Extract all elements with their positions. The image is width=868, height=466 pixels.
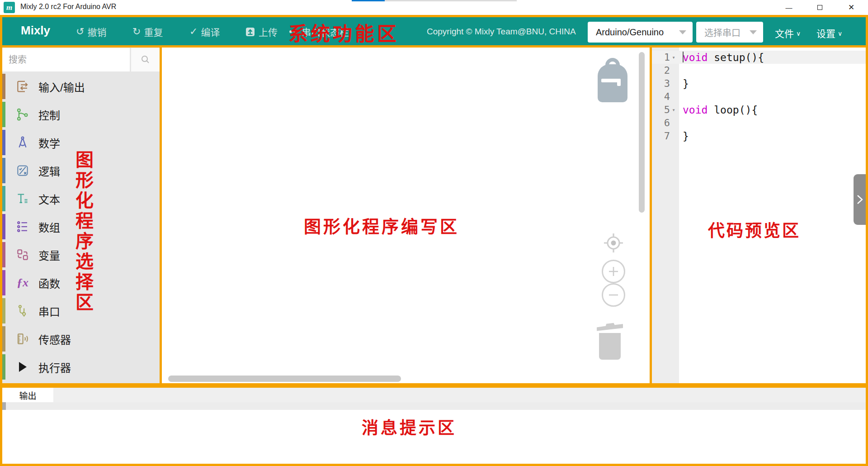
chevron-right-icon <box>856 194 864 205</box>
sidebar-item-label: 函数 <box>38 275 60 291</box>
maximize-button[interactable] <box>809 0 830 14</box>
serial-status-button[interactable]: 串口状态栏 <box>288 25 349 38</box>
sidebar-item-logic[interactable]: 逻辑 <box>2 157 160 185</box>
upload-icon <box>245 27 255 37</box>
category-color-bar <box>2 270 5 295</box>
trash-icon[interactable] <box>595 319 625 361</box>
sidebar-item-label: 传感器 <box>38 331 71 347</box>
category-color-bar <box>2 242 5 267</box>
output-scroll-track <box>2 402 866 410</box>
serial-node-icon <box>288 27 298 37</box>
control-icon <box>15 107 30 122</box>
center-view-button[interactable] <box>603 233 624 253</box>
mixly-app-window: m Mixly 2.0 rc2 For Arduino AVR — ✕ Mixl… <box>0 0 868 466</box>
search-input[interactable] <box>2 48 130 71</box>
compile-label: 编译 <box>201 25 220 38</box>
line-number: 1 <box>652 52 670 63</box>
close-button[interactable]: ✕ <box>841 0 862 14</box>
text-cursor <box>683 52 684 62</box>
file-menu[interactable]: 文件 ∨ <box>775 26 801 40</box>
line-number: 2 <box>652 65 670 76</box>
actuator-expand-icon <box>15 359 30 375</box>
math-icon <box>15 135 30 150</box>
sidebar-item-math[interactable]: 数学 <box>2 128 160 157</box>
category-color-bar <box>2 130 5 155</box>
mixly-brand: Mixly <box>21 24 50 38</box>
output-tabbar <box>2 388 866 402</box>
zoom-in-button[interactable] <box>602 260 625 283</box>
sidebar-item-label: 控制 <box>38 107 60 123</box>
code-line: 1▾void setup(){ <box>652 51 866 64</box>
settings-menu[interactable]: 设置 ∨ <box>816 26 842 40</box>
redo-button[interactable]: ↻ 重复 <box>132 25 163 38</box>
chevron-down-icon: ∨ <box>838 30 842 37</box>
array-icon <box>15 219 30 234</box>
chevron-down-icon <box>750 30 757 34</box>
sidebar-item-label: 输入/输出 <box>38 79 85 95</box>
minus-icon <box>607 289 620 301</box>
chevron-down-icon <box>679 30 686 34</box>
sidebar-item-label: 文本 <box>38 191 60 207</box>
category-color-bar <box>2 186 5 211</box>
output-scroll-thumb[interactable] <box>2 402 6 410</box>
sidebar-item-text[interactable]: 文本 <box>2 185 160 213</box>
sidebar-item-serial[interactable]: 串口 <box>2 297 160 325</box>
fold-arrow-icon[interactable]: ▾ <box>670 54 677 61</box>
board-select-dropdown[interactable]: Arduino/Genuino <box>588 22 693 43</box>
undo-button[interactable]: ↺ 撤销 <box>76 25 106 38</box>
serial-status-label: 串口状态栏 <box>302 25 349 38</box>
minimize-button[interactable]: — <box>778 0 799 14</box>
mixly-logo-icon: m <box>4 2 15 13</box>
serial-cable-icon <box>15 303 30 319</box>
backpack-icon[interactable] <box>598 58 627 102</box>
sidebar-item-control[interactable]: 控制 <box>2 100 160 128</box>
sidebar-item-label: 串口 <box>38 303 60 319</box>
fold-arrow-icon[interactable]: ▾ <box>670 107 677 113</box>
logic-icon <box>15 163 30 178</box>
function-icon: ƒx <box>15 275 30 290</box>
titlebar-progress-strip-blue <box>352 0 385 1</box>
category-color-bar <box>2 214 5 239</box>
sidebar-item-function[interactable]: ƒx 函数 <box>2 269 160 297</box>
sidebar-item-array[interactable]: 数组 <box>2 213 160 241</box>
titlebar-progress-strip-gray <box>385 0 517 1</box>
blockly-workspace-region[interactable] <box>160 45 652 385</box>
sidebar-item-label: 逻辑 <box>38 163 60 179</box>
sidebar-item-io[interactable]: 输入/输出 <box>2 72 160 100</box>
code-line: 7} <box>652 129 866 143</box>
compile-check-icon: ✓ <box>189 27 198 37</box>
line-number: 3 <box>652 78 670 89</box>
compile-button[interactable]: ✓ 编译 <box>189 25 220 38</box>
port-select-dropdown[interactable]: 选择串口 <box>696 22 763 43</box>
code-preview-pane: 1▾void setup(){ 2 3} 4 5▾void loop(){ 6 … <box>652 51 866 143</box>
variable-icon <box>15 247 30 262</box>
sidebar-item-sensor[interactable]: 传感器 <box>2 325 160 353</box>
file-menu-label: 文件 <box>775 26 794 40</box>
category-color-bar <box>2 74 5 99</box>
upload-button[interactable]: 上传 <box>245 25 278 38</box>
chevron-down-icon: ∨ <box>796 30 801 37</box>
canvas-vertical-scrollbar[interactable] <box>639 52 645 213</box>
block-category-list: 输入/输出 控制 数学 <box>2 72 160 381</box>
plus-icon <box>607 265 620 278</box>
text-icon <box>15 191 30 206</box>
category-color-bar <box>2 326 5 352</box>
undo-icon: ↺ <box>76 27 84 37</box>
search-button[interactable] <box>131 48 160 71</box>
maximize-icon <box>817 5 822 10</box>
sensor-icon <box>15 331 30 347</box>
line-number: 4 <box>652 91 670 102</box>
canvas-horizontal-scrollbar[interactable] <box>168 376 401 382</box>
crosshair-icon <box>603 233 624 253</box>
tab-output[interactable]: 输出 <box>2 388 53 402</box>
sidebar-item-label: 数学 <box>38 135 60 151</box>
panel-expander-handle[interactable] <box>854 174 866 225</box>
sidebar-item-variable[interactable]: 变量 <box>2 241 160 269</box>
category-color-bar <box>2 298 5 323</box>
search-icon <box>140 54 151 65</box>
board-select-value: Arduino/Genuino <box>596 27 664 38</box>
window-title: Mixly 2.0 rc2 For Arduino AVR <box>20 3 116 11</box>
zoom-out-button[interactable] <box>602 283 625 307</box>
code-line: 4 <box>652 90 866 103</box>
sidebar-item-actuator[interactable]: 执行器 <box>2 353 160 381</box>
